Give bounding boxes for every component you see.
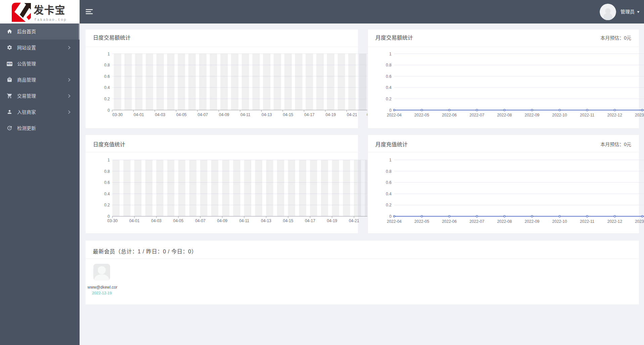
svg-text:04-05: 04-05 [173,218,184,223]
svg-text:0.6: 0.6 [104,180,110,185]
svg-text:0.8: 0.8 [386,169,392,174]
svg-text:04-15: 04-15 [283,218,293,223]
svg-text:0.8: 0.8 [104,63,110,67]
svg-text:1: 1 [389,52,392,56]
svg-text:0.2: 0.2 [386,203,392,207]
svg-text:04-05: 04-05 [176,112,187,117]
svg-text:2022-11: 2022-11 [580,113,594,117]
svg-text:04-03: 04-03 [151,218,162,223]
svg-text:2022-06: 2022-06 [442,113,457,117]
svg-text:2022-09: 2022-09 [524,219,539,224]
svg-text:0.4: 0.4 [104,192,110,196]
svg-text:0.6: 0.6 [104,74,110,79]
svg-text:2022-08: 2022-08 [497,219,512,224]
svg-text:0.4: 0.4 [386,192,392,196]
svg-text:04-11: 04-11 [239,218,249,223]
svg-text:03-30: 03-30 [107,218,118,223]
svg-text:04-15: 04-15 [283,112,293,117]
svg-text:04-19: 04-19 [326,112,336,117]
svg-text:2022-06: 2022-06 [442,219,457,224]
svg-text:04-23: 04-23 [367,112,367,117]
svg-text:2022-10: 2022-10 [552,219,567,224]
svg-text:0: 0 [389,214,392,219]
svg-text:04-07: 04-07 [195,218,205,223]
svg-text:2022-05: 2022-05 [414,113,429,117]
svg-text:04-17: 04-17 [304,112,315,117]
svg-text:0.6: 0.6 [386,180,392,185]
svg-text:2022-08: 2022-08 [497,113,512,117]
svg-text:2022-07: 2022-07 [469,113,484,117]
svg-text:0.2: 0.2 [386,97,392,101]
svg-text:2022-11: 2022-11 [580,219,594,224]
svg-text:04-03: 04-03 [155,112,166,117]
svg-text:0.8: 0.8 [104,169,110,174]
svg-text:2022-10: 2022-10 [552,113,567,117]
svg-text:04-07: 04-07 [198,112,208,117]
svg-text:2022-05: 2022-05 [414,219,429,224]
svg-text:04-09: 04-09 [217,218,228,223]
svg-text:2022-04: 2022-04 [387,113,402,117]
svg-text:1: 1 [107,52,110,56]
svg-text:2022-12: 2022-12 [607,113,622,117]
svg-text:2022-04: 2022-04 [387,219,402,224]
svg-text:04-17: 04-17 [305,218,315,223]
svg-text:04-19: 04-19 [327,218,337,223]
svg-text:04-13: 04-13 [261,218,271,223]
svg-text:2022-12: 2022-12 [607,219,622,224]
svg-text:0.2: 0.2 [104,203,110,207]
svg-text:04-01: 04-01 [129,218,140,223]
svg-text:0: 0 [107,108,110,113]
svg-text:0.8: 0.8 [386,63,392,67]
svg-text:04-13: 04-13 [262,112,272,117]
svg-text:04-11: 04-11 [240,112,250,117]
svg-text:1: 1 [389,158,392,162]
svg-text:2022-07: 2022-07 [469,219,484,224]
svg-text:04-01: 04-01 [134,112,144,117]
svg-text:0.4: 0.4 [104,85,110,90]
svg-text:03-30: 03-30 [112,112,123,117]
svg-text:04-21: 04-21 [347,112,357,117]
svg-text:2023-01: 2023-01 [635,219,644,224]
svg-text:0: 0 [389,108,392,113]
svg-text:04-21: 04-21 [349,218,359,223]
svg-text:04-09: 04-09 [219,112,229,117]
svg-text:0: 0 [107,214,110,219]
svg-text:0.4: 0.4 [386,85,392,90]
svg-text:2023-01: 2023-01 [635,113,644,117]
svg-text:0.6: 0.6 [386,74,392,79]
svg-text:1: 1 [107,158,110,162]
svg-text:0.2: 0.2 [104,97,110,101]
svg-text:2022-09: 2022-09 [524,113,539,117]
